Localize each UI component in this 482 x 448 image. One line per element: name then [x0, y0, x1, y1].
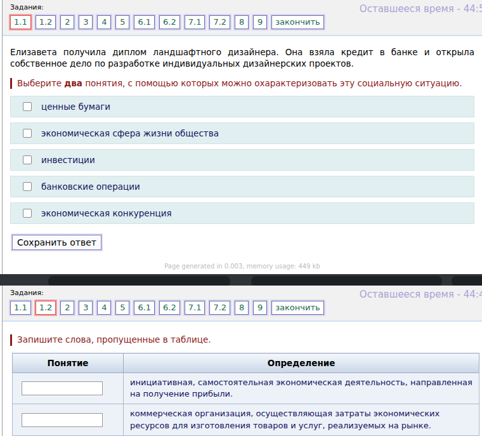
- task-tab-2[interactable]: 2: [60, 301, 74, 315]
- option-checkbox[interactable]: [23, 209, 32, 218]
- window-separator: [0, 274, 482, 286]
- option-row[interactable]: экономическая конкуренция: [10, 202, 474, 224]
- option-checkbox[interactable]: [23, 102, 32, 111]
- definitions-table: Понятие Определение инициативная, самост…: [12, 353, 479, 436]
- separator-pill: [251, 276, 442, 286]
- option-checkbox[interactable]: [23, 155, 32, 164]
- task-tab-6.1[interactable]: 6.1: [134, 301, 155, 315]
- option-row[interactable]: экономическая сфера жизни общества: [10, 122, 474, 144]
- task-tab-5[interactable]: 5: [115, 15, 129, 29]
- option-label: инвестиции: [41, 155, 95, 165]
- instruction-bold-word: два: [64, 78, 82, 88]
- task-tab-1.1[interactable]: 1.1: [10, 15, 31, 29]
- remaining-time: Оставшееся время - 44:54: [360, 3, 482, 15]
- panel-2-header: Задания: Оставшееся время - 44:41 1.11.2…: [3, 286, 482, 322]
- question-text: Елизавета получила диплом ландшафтного д…: [10, 46, 474, 69]
- definition-cell: инициативная, самостоятельная экономичес…: [124, 373, 479, 404]
- col-header-definition: Определение: [124, 353, 479, 373]
- option-label: ценные бумаги: [41, 102, 110, 112]
- option-label: банковские операции: [41, 181, 140, 192]
- task-panel-1: Задания: Оставшееся время - 44:54 1.11.2…: [2, 0, 482, 274]
- separator-pill: [48, 276, 230, 286]
- option-row[interactable]: банковские операции: [10, 176, 474, 197]
- remaining-time: Оставшееся время - 44:41: [360, 289, 482, 300]
- option-label: экономическая конкуренция: [41, 208, 172, 218]
- task-tab-1.1[interactable]: 1.1: [10, 301, 31, 315]
- task-tab-4[interactable]: 4: [97, 15, 111, 29]
- task-tabs: 1.11.223456.16.27.17.289закончить: [9, 14, 482, 30]
- table-body: инициативная, самостоятельная экономичес…: [13, 373, 479, 436]
- task-tab-9[interactable]: 9: [253, 301, 267, 315]
- task-tabs: 1.11.223456.16.27.17.289закончить: [9, 300, 482, 316]
- definition-cell: коммерческая организация, осуществляющая…: [124, 404, 479, 435]
- separator-pill: [452, 276, 482, 286]
- task-tab-6.1[interactable]: 6.1: [134, 15, 155, 29]
- task-tab-9[interactable]: 9: [253, 15, 267, 29]
- table-row: коммерческая организация, осуществляющая…: [13, 404, 479, 435]
- task-tab-закончить[interactable]: закончить: [271, 15, 324, 29]
- task-tab-закончить[interactable]: закончить: [271, 301, 324, 315]
- instruction-suffix: понятия, с помощью которых можно охаракт…: [82, 78, 462, 88]
- task-tab-1.2[interactable]: 1.2: [36, 15, 56, 29]
- concept-cell: [13, 373, 124, 404]
- option-row[interactable]: ценные бумаги: [10, 96, 474, 117]
- save-answer-button[interactable]: Сохранить ответ: [12, 235, 101, 250]
- task-tab-8[interactable]: 8: [235, 301, 249, 315]
- table-row: инициативная, самостоятельная экономичес…: [13, 373, 479, 404]
- task-tab-8[interactable]: 8: [235, 15, 249, 29]
- task-tab-1.2[interactable]: 1.2: [36, 301, 56, 315]
- instruction-text: Запишите слова, пропущенные в таблице.: [10, 334, 474, 346]
- task-tab-7.2[interactable]: 7.2: [209, 301, 230, 315]
- task-tab-3[interactable]: 3: [79, 15, 93, 29]
- table-header-row: Понятие Определение: [13, 353, 479, 373]
- task-tab-7.2[interactable]: 7.2: [209, 15, 230, 29]
- option-checkbox[interactable]: [23, 129, 32, 138]
- option-row[interactable]: инвестиции: [10, 149, 474, 171]
- concept-input[interactable]: [22, 381, 103, 395]
- task-tab-7.1[interactable]: 7.1: [185, 15, 205, 29]
- task-tab-5[interactable]: 5: [115, 301, 129, 315]
- task-tab-7.1[interactable]: 7.1: [185, 301, 205, 315]
- exam-page: Задания: Оставшееся время - 44:54 1.11.2…: [0, 0, 482, 436]
- option-checkbox[interactable]: [23, 182, 32, 191]
- concept-input[interactable]: [22, 413, 103, 427]
- task-tab-2[interactable]: 2: [60, 15, 74, 29]
- instruction-text: Выберите два понятия, с помощью которых …: [10, 78, 474, 89]
- panel-1-header: Задания: Оставшееся время - 44:54 1.11.2…: [3, 0, 482, 36]
- concept-cell: [13, 404, 124, 435]
- options-list: ценные бумагиэкономическая сфера жизни о…: [10, 96, 474, 224]
- task-tab-6.2[interactable]: 6.2: [159, 301, 180, 315]
- task-tab-6.2[interactable]: 6.2: [159, 15, 180, 29]
- task-tab-4[interactable]: 4: [97, 301, 111, 315]
- col-header-concept: Понятие: [13, 353, 124, 373]
- task-tab-3[interactable]: 3: [79, 301, 93, 315]
- panel-2-content: Запишите слова, пропущенные в таблице. П…: [3, 334, 482, 435]
- page-generated-note: Page generated in 0.003, memory usage: 4…: [10, 263, 474, 274]
- task-panel-2: Задания: Оставшееся время - 44:41 1.11.2…: [2, 286, 482, 436]
- panel-1-content: Елизавета получила диплом ландшафтного д…: [3, 46, 482, 274]
- option-label: экономическая сфера жизни общества: [41, 128, 219, 138]
- instruction-prefix: Выберите: [17, 78, 64, 88]
